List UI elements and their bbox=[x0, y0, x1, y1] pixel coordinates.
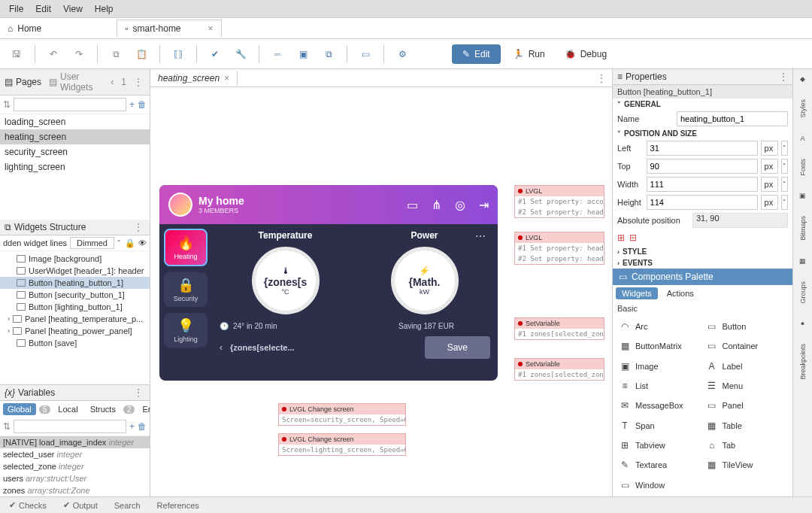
wrench-icon[interactable]: 🔧 bbox=[230, 44, 251, 65]
flow-lvgl-node[interactable]: LVGL #1 Set property: header_1_ #2 Set p… bbox=[514, 232, 604, 265]
eye-icon[interactable]: 👁 bbox=[138, 238, 147, 247]
close-icon[interactable]: × bbox=[224, 73, 229, 83]
delete-icon[interactable]: 🗑 bbox=[138, 421, 147, 432]
component-item[interactable]: ▦Table bbox=[706, 417, 787, 434]
component-item[interactable]: ▭Container bbox=[706, 338, 787, 354]
menu-view[interactable]: View bbox=[57, 1, 89, 17]
tree-row[interactable]: › Panel [heating_temperature_p... bbox=[0, 313, 150, 325]
comp-tab-actions[interactable]: Actions bbox=[661, 287, 700, 299]
status-references[interactable]: References bbox=[153, 499, 204, 511]
component-item[interactable]: ☰Menu bbox=[706, 378, 787, 394]
dimmed-select[interactable]: Dimmed bbox=[70, 237, 114, 249]
check-icon[interactable]: ✔ bbox=[205, 44, 226, 65]
edit-button[interactable]: ✎ Edit bbox=[452, 44, 501, 64]
align2-icon[interactable]: ▣ bbox=[292, 44, 314, 65]
var-row[interactable]: selected_zone integer bbox=[0, 460, 150, 472]
tree-row[interactable]: Button [security_button_1] bbox=[0, 289, 150, 301]
align3-icon[interactable]: ⧉ bbox=[318, 44, 339, 65]
project-tab[interactable]: ▫ smart-home × bbox=[117, 20, 221, 37]
chevron-down-icon[interactable]: ˅ bbox=[781, 159, 788, 174]
unit[interactable]: px bbox=[761, 141, 778, 156]
component-item[interactable]: ✎Textarea bbox=[619, 457, 700, 473]
component-item[interactable]: ▣Image bbox=[619, 358, 700, 375]
var-row[interactable]: users array:struct:User bbox=[0, 472, 150, 484]
debug-button[interactable]: 🐞 Debug bbox=[557, 44, 614, 64]
component-item[interactable]: ⊞Tabview bbox=[619, 437, 700, 454]
vars-tab-local[interactable]: Local bbox=[53, 403, 82, 415]
tree-row[interactable]: Button [heating_button_1] bbox=[0, 277, 150, 289]
vars-search-input[interactable] bbox=[14, 420, 126, 433]
page-item[interactable]: lighting_screen bbox=[0, 159, 150, 175]
right-tab-fonts[interactable]: Fonts bbox=[799, 156, 807, 179]
chevron-down-icon[interactable]: ˅ bbox=[781, 141, 788, 156]
pos-icon1[interactable]: ⊞ bbox=[617, 232, 625, 243]
tree-row[interactable]: Button [lighting_button_1] bbox=[0, 301, 150, 313]
strip-icon[interactable]: ▦ bbox=[799, 257, 806, 265]
component-item[interactable]: ≡List bbox=[619, 378, 700, 394]
mock-side-button[interactable]: 🔒Security bbox=[164, 272, 208, 307]
redo-icon[interactable]: ↷ bbox=[68, 44, 89, 65]
component-item[interactable]: ▭Button bbox=[706, 318, 787, 335]
chevron-down-icon[interactable]: ˅ bbox=[781, 195, 788, 210]
section-events[interactable]: EVENTS bbox=[623, 259, 653, 267]
prop-top-input[interactable] bbox=[647, 159, 758, 174]
component-item[interactable]: ✉MessageBox bbox=[619, 397, 700, 414]
panel-menu-icon[interactable]: ⋮ bbox=[779, 71, 788, 82]
save-button[interactable]: Save bbox=[425, 336, 490, 359]
run-button[interactable]: 🏃 Run bbox=[505, 44, 553, 64]
right-tab-groups[interactable]: Groups bbox=[799, 278, 807, 307]
component-item[interactable]: TSpan bbox=[619, 417, 700, 434]
right-tab-breakpoints[interactable]: Breakpoints bbox=[799, 341, 807, 383]
strip-icon[interactable]: ◆ bbox=[800, 75, 805, 83]
panel-menu-icon[interactable]: ⋮ bbox=[132, 222, 145, 232]
flow-setvar-node[interactable]: SetVariable #1 zones[selected_zone].heat… bbox=[514, 317, 604, 340]
page-item[interactable]: security_screen bbox=[0, 144, 150, 159]
doc-tab[interactable]: heating_screen × bbox=[150, 71, 238, 86]
prop-name-input[interactable] bbox=[677, 111, 788, 126]
flow-lvgl-node[interactable]: LVGL #1 Set property: account_b #2 Set p… bbox=[514, 185, 604, 218]
mock-side-button[interactable]: 🔥Heating bbox=[164, 229, 208, 266]
add-icon[interactable]: + bbox=[129, 99, 135, 110]
tree-row[interactable]: Image [background] bbox=[0, 253, 150, 265]
unit[interactable]: px bbox=[761, 177, 778, 192]
vars-tab-global[interactable]: Global bbox=[3, 403, 36, 415]
chevron-down-icon[interactable]: ˅ bbox=[117, 239, 121, 247]
status-output[interactable]: ✔Output bbox=[59, 499, 102, 511]
component-item[interactable]: ▦TileView bbox=[706, 457, 787, 473]
component-item[interactable]: ▦ButtonMatrix bbox=[619, 338, 700, 354]
sort-icon[interactable]: ⇅ bbox=[3, 99, 11, 110]
panel-menu-icon[interactable]: ⋮ bbox=[132, 387, 145, 398]
right-tab-bitmaps[interactable]: Bitmaps bbox=[799, 213, 807, 244]
user-widgets-tab[interactable]: User Widgets bbox=[60, 71, 102, 93]
save-icon[interactable]: 🖫 bbox=[6, 44, 27, 65]
gear-icon[interactable]: ⚙ bbox=[392, 44, 413, 65]
page-item[interactable]: heating_screen bbox=[0, 129, 150, 144]
flow-changescreen-node[interactable]: LVGL Change screen Screen=lighting_scree… bbox=[278, 433, 406, 456]
strip-icon[interactable]: A bbox=[800, 135, 804, 142]
var-row[interactable]: selected_user integer bbox=[0, 448, 150, 460]
strip-icon[interactable]: ● bbox=[801, 320, 804, 327]
prop-height-input[interactable] bbox=[647, 195, 758, 210]
component-item[interactable]: ▭Panel bbox=[706, 397, 787, 414]
chevron-down-icon[interactable]: ˅ bbox=[781, 177, 788, 192]
flow-changescreen-node[interactable]: LVGL Change screen Screen=security_scree… bbox=[278, 403, 406, 426]
section-style[interactable]: STYLE bbox=[623, 247, 647, 256]
right-tab-styles[interactable]: Styles bbox=[799, 96, 807, 121]
pos-icon2[interactable]: ⊟ bbox=[629, 232, 637, 243]
add-icon[interactable]: + bbox=[129, 421, 135, 432]
vars-tab-structs[interactable]: Structs bbox=[86, 403, 120, 415]
panel-menu-icon[interactable]: ⋮ bbox=[591, 73, 612, 83]
undo-icon[interactable]: ↶ bbox=[43, 44, 64, 65]
comp-tab-widgets[interactable]: Widgets bbox=[616, 287, 658, 299]
section-general[interactable]: GENERAL bbox=[624, 100, 661, 108]
component-item[interactable]: ◠Arc bbox=[619, 318, 700, 335]
tree-row[interactable]: › Panel [heating_power_panel] bbox=[0, 325, 150, 337]
page-item[interactable]: loading_screen bbox=[0, 114, 150, 129]
status-search[interactable]: Search bbox=[110, 499, 145, 511]
mock-side-button[interactable]: 💡Lighting bbox=[164, 313, 208, 348]
home-button[interactable]: ⌂ Home bbox=[0, 23, 49, 34]
lock-icon[interactable]: 🔒 bbox=[125, 238, 135, 248]
prop-left-input[interactable] bbox=[647, 141, 758, 156]
tab-arrow-left-icon[interactable]: ‹ bbox=[108, 77, 116, 87]
align1-icon[interactable]: ▫▫ bbox=[267, 44, 288, 65]
